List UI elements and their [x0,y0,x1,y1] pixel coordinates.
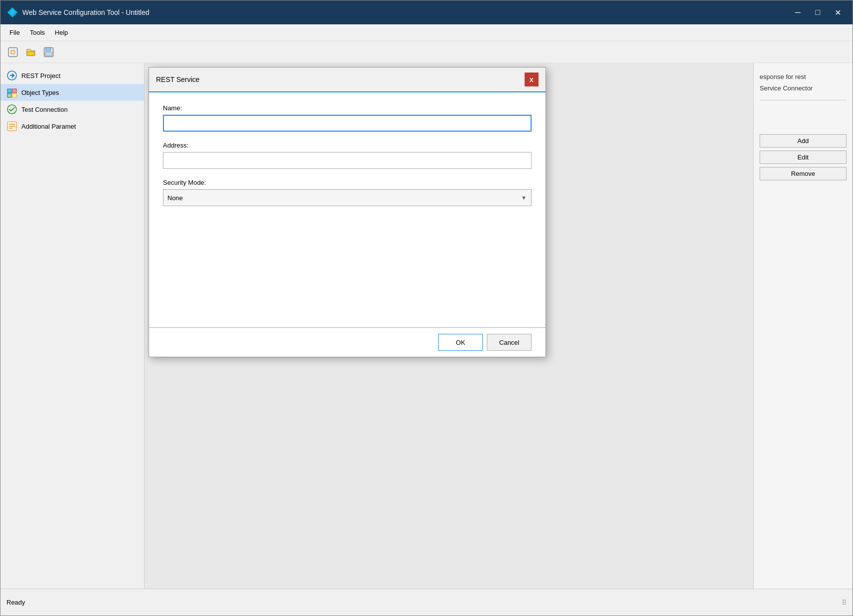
menu-bar: File Tools Help [0,24,853,41]
svg-rect-6 [45,52,52,56]
sidebar-item-rest-project-label: REST Project [21,72,61,79]
additional-params-icon [6,121,17,132]
remove-button[interactable]: Remove [760,167,847,180]
status-bar: Ready ⠿ [0,589,853,616]
sidebar-item-additional-params[interactable]: Additional Paramet [0,118,144,135]
name-form-group: Name: [163,104,532,132]
address-label: Address: [163,142,532,149]
menu-file[interactable]: File [4,27,25,38]
resize-icon: ⠿ [842,599,847,607]
svg-rect-5 [46,48,51,51]
edit-button[interactable]: Edit [760,151,847,164]
sidebar-item-additional-params-label: Additional Paramet [21,123,76,130]
title-bar: Web Service Configuration Tool - Untitle… [0,0,853,24]
svg-rect-11 [12,93,16,97]
security-mode-form-group: Security Mode: None Basic OAuth Certific… [163,179,532,206]
app-icon [6,6,18,18]
sidebar-item-test-connection[interactable]: Test Connection [0,101,144,118]
svg-rect-9 [12,89,16,93]
dialog-close-button[interactable]: x [525,73,539,86]
menu-help[interactable]: Help [50,27,73,38]
svg-rect-8 [7,89,11,93]
open-icon [25,47,36,58]
dialog-body: Name: Address: Security Mode: [149,92,545,228]
sidebar-item-rest-project[interactable]: REST Project [0,67,144,84]
menu-tools[interactable]: Tools [25,27,50,38]
object-types-icon [6,87,17,98]
security-mode-select[interactable]: None Basic OAuth Certificate [163,189,532,206]
toolbar [0,41,853,63]
sidebar: REST Project Object Types Test Connectio [0,63,145,589]
minimize-button[interactable]: ─ [789,5,807,20]
main-window: Web Service Configuration Tool - Untitle… [0,0,853,616]
title-controls: ─ □ ✕ [789,5,847,20]
sidebar-item-object-types-label: Object Types [21,89,59,96]
maximize-button[interactable]: □ [809,5,827,20]
dialog-title-bar: REST Service x [149,68,545,92]
window-title: Web Service Configuration Tool - Untitle… [22,8,150,16]
toolbar-open-button[interactable] [22,44,39,61]
bg-text-line1: esponse for rest [760,73,847,80]
main-content: REST Project Object Types Test Connectio [0,63,853,589]
name-label: Name: [163,104,532,112]
svg-rect-10 [7,93,11,97]
dialog-footer: OK Cancel [149,327,545,357]
bg-buttons: Add Edit Remove [760,134,847,180]
security-mode-select-wrapper: None Basic OAuth Certificate [163,189,532,206]
rest-service-dialog: REST Service x Name: Address: [149,67,546,357]
name-input[interactable] [163,115,532,132]
ok-button[interactable]: OK [438,334,483,351]
toolbar-save-button[interactable] [40,44,57,61]
status-text: Ready [6,599,25,606]
address-form-group: Address: [163,142,532,169]
rest-project-icon [6,70,17,81]
sidebar-item-test-connection-label: Test Connection [21,106,68,113]
security-mode-label: Security Mode: [163,179,532,186]
bg-divider [760,100,847,100]
cancel-button[interactable]: Cancel [487,334,532,351]
background-panel: esponse for rest Service Connector Add E… [753,63,853,589]
window-close-button[interactable]: ✕ [829,5,847,20]
save-icon [43,47,54,58]
new-icon [7,47,18,58]
address-input[interactable] [163,152,532,169]
add-button[interactable]: Add [760,134,847,148]
right-panel: esponse for rest Service Connector Add E… [145,63,853,589]
sidebar-item-object-types[interactable]: Object Types [0,84,144,101]
status-bar-right: ⠿ [842,599,847,607]
title-bar-left: Web Service Configuration Tool - Untitle… [6,6,150,18]
test-connection-icon [6,104,17,115]
bg-text-line2: Service Connector [760,84,847,92]
dialog-title: REST Service [156,76,200,83]
dialog-area: esponse for rest Service Connector Add E… [145,63,853,589]
toolbar-new-button[interactable] [4,44,21,61]
